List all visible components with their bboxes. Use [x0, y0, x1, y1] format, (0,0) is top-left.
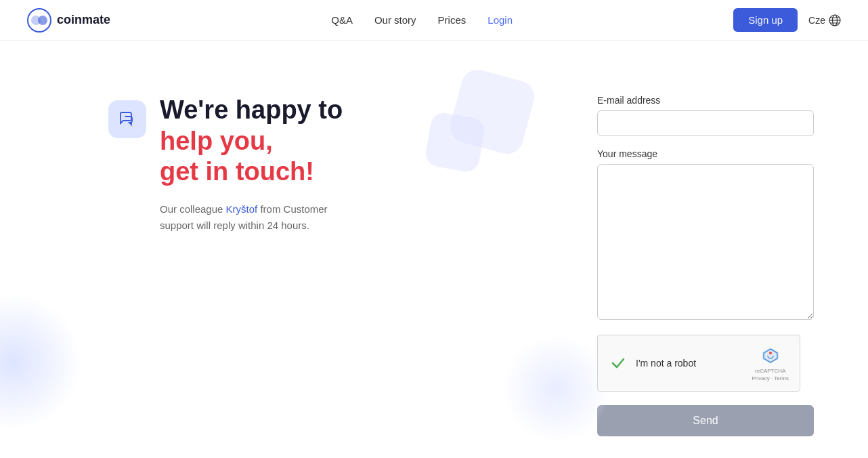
recaptcha-logo: reCAPTCHA Privacy · Terms — [752, 345, 789, 381]
svg-point-8 — [769, 352, 772, 354]
main-content: We're happy to help you, get in touch! O… — [0, 41, 868, 458]
recaptcha-widget[interactable]: I'm not a robot reCAPTCHA Privacy · Term… — [597, 335, 800, 392]
colleague-link[interactable]: Kryštof — [226, 203, 258, 215]
heading-highlight: help you, get in touch! — [160, 127, 314, 186]
message-form-group: Your message — [597, 148, 814, 322]
deco-blob-left — [0, 294, 81, 430]
recaptcha-label: I'm not a robot — [636, 358, 696, 369]
nav-login[interactable]: Login — [487, 14, 513, 26]
deco-blob-right — [502, 335, 611, 443]
logo-icon — [27, 8, 51, 33]
recaptcha-logo-icon — [760, 345, 781, 367]
chat-icon-wrapper — [108, 100, 146, 138]
message-textarea[interactable] — [597, 164, 814, 320]
svg-point-2 — [38, 16, 47, 25]
nav-links: Q&A Our story Prices Login — [331, 14, 513, 26]
recaptcha-check: I'm not a robot — [609, 354, 752, 373]
nav-qa[interactable]: Q&A — [331, 14, 353, 26]
navbar: coinmate Q&A Our story Prices Login Sign… — [0, 0, 868, 41]
chat-icon — [117, 109, 137, 129]
nav-right: Sign up Cze — [733, 8, 841, 32]
send-button[interactable]: Send — [597, 405, 814, 436]
sub-text: Our colleague Kryštof from Customer supp… — [160, 201, 349, 234]
logo-link[interactable]: coinmate — [27, 8, 110, 33]
left-section: We're happy to help you, get in touch! O… — [0, 41, 584, 458]
checkmark-icon — [609, 354, 628, 373]
deco-shape-2 — [424, 111, 487, 174]
signup-button[interactable]: Sign up — [733, 8, 798, 32]
recaptcha-brand: reCAPTCHA — [755, 368, 785, 374]
language-selector[interactable]: Cze — [808, 14, 841, 26]
message-label: Your message — [597, 148, 814, 159]
lang-label: Cze — [808, 15, 825, 26]
globe-icon — [829, 14, 841, 26]
nav-our-story[interactable]: Our story — [374, 14, 416, 26]
email-input[interactable] — [597, 110, 814, 136]
recaptcha-links: Privacy · Terms — [752, 375, 789, 381]
logo-text: coinmate — [57, 13, 110, 27]
contact-form-section: E-mail address Your message I'm not a ro… — [584, 41, 868, 458]
recaptcha-checkmark — [609, 354, 628, 373]
email-form-group: E-mail address — [597, 95, 814, 136]
email-label: E-mail address — [597, 95, 814, 106]
nav-prices[interactable]: Prices — [438, 14, 466, 26]
